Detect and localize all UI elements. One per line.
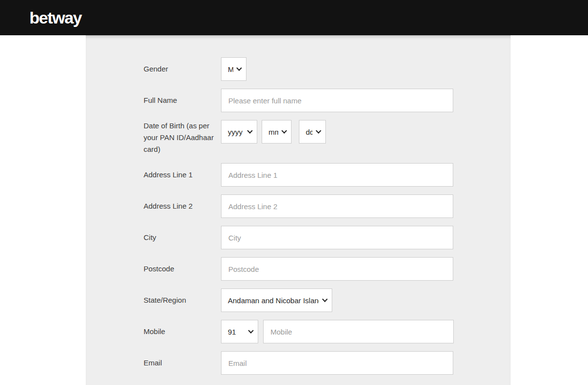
country-code-select[interactable]: 91 <box>221 320 258 343</box>
gender-row: Gender M <box>144 57 511 81</box>
address-line1-row: Address Line 1 <box>144 163 511 187</box>
dob-year-select[interactable]: yyyy <box>221 120 257 144</box>
full-name-input[interactable] <box>221 89 453 112</box>
dob-row: Date of Birth (as per your PAN ID/Aadhaa… <box>144 120 511 155</box>
dob-label: Date of Birth (as per your PAN ID/Aadhaa… <box>144 120 221 155</box>
state-region-label: State/Region <box>144 289 221 312</box>
city-row: City <box>144 226 511 249</box>
address-line2-label: Address Line 2 <box>144 194 221 218</box>
city-input[interactable] <box>221 226 453 249</box>
mobile-row: Mobile 91 <box>144 320 511 343</box>
address-line1-label: Address Line 1 <box>144 163 221 187</box>
mobile-input[interactable] <box>263 320 454 343</box>
registration-form-panel: Gender M Full Name Date of Birth (as per… <box>86 35 511 385</box>
state-region-select[interactable]: Andaman and Nicobar Islands <box>221 289 332 312</box>
betway-logo[interactable]: betway <box>29 8 81 27</box>
gender-select[interactable]: M <box>221 57 246 81</box>
address-line2-input[interactable] <box>221 194 453 218</box>
dob-day-select[interactable]: dd <box>299 120 326 144</box>
full-name-row: Full Name <box>144 89 511 112</box>
postcode-input[interactable] <box>221 257 453 281</box>
state-region-row: State/Region Andaman and Nicobar Islands <box>144 289 511 312</box>
email-row: Email <box>144 351 511 375</box>
email-input[interactable] <box>221 351 453 375</box>
city-label: City <box>144 226 221 249</box>
gender-label: Gender <box>144 57 221 81</box>
email-label: Email <box>144 351 221 375</box>
postcode-row: Postcode <box>144 257 511 281</box>
full-name-label: Full Name <box>144 89 221 112</box>
mobile-label: Mobile <box>144 320 221 343</box>
postcode-label: Postcode <box>144 257 221 281</box>
address-line1-input[interactable] <box>221 163 453 187</box>
top-nav-bar: betway <box>0 0 588 35</box>
dob-month-select[interactable]: mm <box>262 120 292 144</box>
address-line2-row: Address Line 2 <box>144 194 511 218</box>
